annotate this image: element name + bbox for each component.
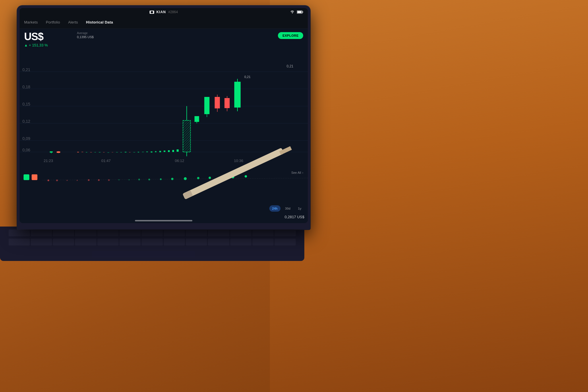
key[interactable]: [75, 229, 96, 236]
svg-point-0: [292, 13, 293, 13]
svg-rect-34: [134, 152, 135, 153]
key[interactable]: [53, 239, 74, 245]
svg-rect-32: [125, 152, 126, 153]
svg-point-83: [148, 179, 150, 180]
main-content: US$ + 151,33 % Average 0,1395 US$ EXPLOR…: [20, 29, 308, 223]
nav-markets[interactable]: Markets: [24, 20, 38, 24]
key[interactable]: [208, 229, 229, 236]
svg-rect-60: [225, 98, 230, 108]
key[interactable]: [9, 229, 30, 236]
svg-rect-27: [103, 152, 105, 153]
svg-rect-41: [164, 151, 165, 152]
time-filter-1y[interactable]: 1y: [295, 205, 304, 212]
svg-point-84: [160, 178, 162, 180]
svg-point-77: [88, 179, 90, 181]
key[interactable]: [142, 229, 163, 236]
svg-point-85: [171, 178, 173, 180]
svg-rect-57: [215, 97, 220, 108]
svg-point-80: [118, 179, 119, 180]
svg-point-74: [56, 180, 58, 181]
svg-rect-36: [142, 152, 144, 152]
key[interactable]: [186, 239, 207, 245]
svg-text:0,21: 0,21: [287, 64, 293, 68]
key[interactable]: [53, 229, 74, 236]
chevron-right-icon: ›: [302, 171, 303, 174]
svg-point-86: [184, 177, 187, 180]
see-all-button[interactable]: See All ›: [291, 171, 303, 174]
status-center: KIAN #2864: [150, 10, 178, 14]
key[interactable]: [75, 239, 96, 245]
nav-alerts[interactable]: Alerts: [68, 20, 78, 24]
explore-button[interactable]: EXPLORE: [278, 32, 303, 39]
wifi-icon: [290, 10, 295, 14]
svg-rect-54: [204, 97, 210, 114]
svg-point-76: [77, 180, 78, 181]
key[interactable]: [142, 239, 163, 245]
nav-historical[interactable]: Historical Data: [86, 20, 113, 24]
key[interactable]: [230, 229, 252, 236]
key[interactable]: [252, 229, 274, 236]
see-all-label: See All: [291, 171, 301, 174]
status-bar: KIAN #2864: [20, 8, 308, 16]
keyboard: [9, 229, 296, 236]
mini-chart: [20, 170, 308, 186]
key[interactable]: [9, 239, 30, 245]
svg-text:10:36: 10:36: [234, 159, 243, 163]
key[interactable]: [274, 229, 296, 236]
svg-rect-63: [234, 82, 241, 108]
svg-rect-51: [194, 116, 199, 122]
svg-text:0,18: 0,18: [22, 85, 30, 89]
svg-rect-20: [57, 151, 60, 153]
svg-text:0,21: 0,21: [22, 67, 30, 72]
key[interactable]: [208, 239, 229, 245]
key[interactable]: [252, 239, 274, 245]
laptop-body: KIAN #2864 Markets: [17, 6, 310, 229]
key[interactable]: [119, 229, 141, 236]
svg-rect-26: [99, 152, 100, 153]
touchpad[interactable]: [92, 251, 195, 258]
key[interactable]: [164, 229, 185, 236]
price-value: 0,2817 US$: [285, 215, 304, 219]
svg-rect-24: [90, 152, 92, 153]
key[interactable]: [164, 239, 185, 245]
svg-text:0,12: 0,12: [22, 119, 30, 124]
svg-rect-47: [183, 120, 190, 152]
svg-text:01:47: 01:47: [101, 159, 111, 163]
svg-rect-30: [116, 152, 118, 153]
svg-point-79: [108, 179, 110, 181]
key[interactable]: [31, 229, 52, 236]
keyboard-row2: [9, 239, 296, 245]
svg-rect-21: [77, 152, 79, 153]
key[interactable]: [274, 239, 296, 245]
svg-point-89: [220, 176, 223, 179]
time-filter-24h[interactable]: 24h: [269, 205, 281, 212]
key[interactable]: [97, 229, 119, 236]
nav-bar: Markets Portfolio Alerts Historical Data: [20, 16, 308, 29]
svg-rect-22: [82, 152, 83, 152]
chart-area: 0,21 0,18 0,15 0,12 0,09 0,06 0,21: [20, 54, 308, 163]
svg-text:0,21: 0,21: [244, 75, 250, 79]
svg-point-90: [231, 175, 234, 178]
svg-rect-18: [50, 151, 53, 153]
svg-rect-33: [129, 152, 131, 153]
desk-right: [270, 0, 588, 392]
key[interactable]: [31, 239, 52, 245]
nav-portfolio[interactable]: Portfolio: [46, 20, 60, 24]
svg-text:21:23: 21:23: [44, 159, 53, 163]
key[interactable]: [230, 239, 252, 245]
key[interactable]: [97, 239, 119, 245]
svg-text:0,06: 0,06: [22, 148, 30, 152]
app-title: KIAN: [156, 10, 166, 14]
key[interactable]: [186, 229, 207, 236]
svg-line-72: [42, 178, 308, 180]
svg-text:06:12: 06:12: [175, 159, 184, 163]
svg-rect-23: [86, 152, 87, 153]
svg-point-73: [47, 180, 49, 181]
svg-text:0,09: 0,09: [22, 136, 30, 141]
svg-rect-42: [168, 150, 170, 152]
scroll-bar[interactable]: [135, 220, 192, 221]
svg-rect-37: [146, 151, 148, 152]
key[interactable]: [119, 239, 141, 245]
svg-rect-25: [94, 152, 96, 153]
time-filter-30d[interactable]: 30d: [282, 205, 293, 212]
